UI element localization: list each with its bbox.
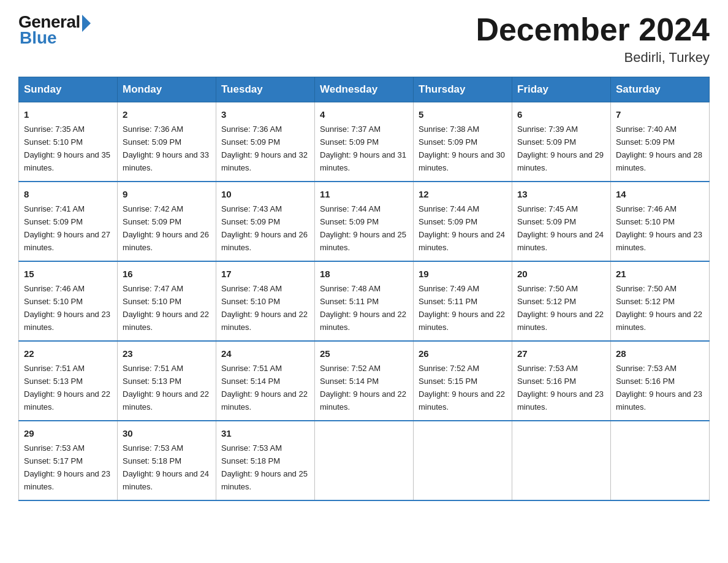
calendar-cell: 20Sunrise: 7:50 AMSunset: 5:12 PMDayligh… [512,261,611,341]
calendar-week-row: 22Sunrise: 7:51 AMSunset: 5:13 PMDayligh… [19,341,710,421]
day-info: Sunrise: 7:46 AMSunset: 5:10 PMDaylight:… [24,284,110,332]
calendar-cell: 18Sunrise: 7:48 AMSunset: 5:11 PMDayligh… [315,261,414,341]
day-info: Sunrise: 7:36 AMSunset: 5:09 PMDaylight:… [221,124,308,172]
calendar-cell: 31Sunrise: 7:53 AMSunset: 5:18 PMDayligh… [216,421,315,500]
calendar-cell: 4Sunrise: 7:37 AMSunset: 5:09 PMDaylight… [315,102,414,182]
day-info: Sunrise: 7:37 AMSunset: 5:09 PMDaylight:… [320,124,406,172]
calendar-header-tuesday: Tuesday [216,77,315,102]
day-number: 30 [123,426,211,440]
day-info: Sunrise: 7:40 AMSunset: 5:09 PMDaylight:… [616,124,702,172]
day-number: 15 [24,267,112,281]
calendar-cell: 15Sunrise: 7:46 AMSunset: 5:10 PMDayligh… [19,261,118,341]
day-number: 28 [616,347,704,361]
calendar-header-thursday: Thursday [414,77,512,102]
calendar-header-row: SundayMondayTuesdayWednesdayThursdayFrid… [19,77,710,102]
calendar-cell: 19Sunrise: 7:49 AMSunset: 5:11 PMDayligh… [414,261,512,341]
calendar-cell: 25Sunrise: 7:52 AMSunset: 5:14 PMDayligh… [315,341,414,421]
calendar-cell: 1Sunrise: 7:35 AMSunset: 5:10 PMDaylight… [19,102,118,182]
calendar-week-row: 29Sunrise: 7:53 AMSunset: 5:17 PMDayligh… [19,421,710,500]
day-number: 19 [419,267,507,281]
day-info: Sunrise: 7:53 AMSunset: 5:16 PMDaylight:… [517,364,604,412]
calendar-cell: 6Sunrise: 7:39 AMSunset: 5:09 PMDaylight… [512,102,611,182]
day-number: 29 [24,426,112,440]
calendar-cell: 10Sunrise: 7:43 AMSunset: 5:09 PMDayligh… [216,182,315,261]
calendar-header-wednesday: Wednesday [315,77,414,102]
title-area: December 2024 Bedirli, Turkey [476,12,710,66]
calendar-week-row: 8Sunrise: 7:41 AMSunset: 5:09 PMDaylight… [19,182,710,261]
day-number: 7 [616,107,704,121]
calendar-cell [315,421,414,500]
day-number: 26 [419,347,507,361]
calendar-cell: 9Sunrise: 7:42 AMSunset: 5:09 PMDaylight… [118,182,216,261]
calendar-cell [414,421,512,500]
day-number: 23 [123,347,211,361]
day-number: 22 [24,347,112,361]
day-info: Sunrise: 7:51 AMSunset: 5:13 PMDaylight:… [123,364,209,412]
calendar-header-sunday: Sunday [19,77,118,102]
day-number: 6 [517,107,605,121]
day-info: Sunrise: 7:51 AMSunset: 5:13 PMDaylight:… [24,364,110,412]
calendar-cell: 17Sunrise: 7:48 AMSunset: 5:10 PMDayligh… [216,261,315,341]
day-number: 4 [320,107,408,121]
calendar-cell: 27Sunrise: 7:53 AMSunset: 5:16 PMDayligh… [512,341,611,421]
day-info: Sunrise: 7:53 AMSunset: 5:18 PMDaylight:… [221,443,308,491]
calendar-table: SundayMondayTuesdayWednesdayThursdayFrid… [18,77,710,501]
day-info: Sunrise: 7:50 AMSunset: 5:12 PMDaylight:… [517,284,604,332]
day-info: Sunrise: 7:49 AMSunset: 5:11 PMDaylight:… [419,284,505,332]
day-number: 5 [419,107,507,121]
day-number: 27 [517,347,605,361]
day-number: 11 [320,187,408,201]
day-info: Sunrise: 7:36 AMSunset: 5:09 PMDaylight:… [123,124,209,172]
day-info: Sunrise: 7:53 AMSunset: 5:17 PMDaylight:… [24,443,110,491]
day-info: Sunrise: 7:50 AMSunset: 5:12 PMDaylight:… [616,284,702,332]
day-info: Sunrise: 7:35 AMSunset: 5:10 PMDaylight:… [24,124,110,172]
location-text: Bedirli, Turkey [476,50,710,66]
logo-blue-text: Blue [20,28,57,48]
calendar-cell [512,421,611,500]
day-number: 8 [24,187,112,201]
calendar-week-row: 15Sunrise: 7:46 AMSunset: 5:10 PMDayligh… [19,261,710,341]
calendar-cell: 8Sunrise: 7:41 AMSunset: 5:09 PMDaylight… [19,182,118,261]
calendar-cell: 16Sunrise: 7:47 AMSunset: 5:10 PMDayligh… [118,261,216,341]
day-info: Sunrise: 7:47 AMSunset: 5:10 PMDaylight:… [123,284,209,332]
day-number: 10 [221,187,309,201]
day-info: Sunrise: 7:41 AMSunset: 5:09 PMDaylight:… [24,204,110,252]
day-info: Sunrise: 7:48 AMSunset: 5:10 PMDaylight:… [221,284,308,332]
day-number: 24 [221,347,309,361]
day-number: 14 [616,187,704,201]
day-number: 16 [123,267,211,281]
day-info: Sunrise: 7:52 AMSunset: 5:14 PMDaylight:… [320,364,406,412]
day-info: Sunrise: 7:51 AMSunset: 5:14 PMDaylight:… [221,364,308,412]
day-number: 21 [616,267,704,281]
calendar-cell: 3Sunrise: 7:36 AMSunset: 5:09 PMDaylight… [216,102,315,182]
calendar-cell: 24Sunrise: 7:51 AMSunset: 5:14 PMDayligh… [216,341,315,421]
calendar-cell: 11Sunrise: 7:44 AMSunset: 5:09 PMDayligh… [315,182,414,261]
calendar-cell: 28Sunrise: 7:53 AMSunset: 5:16 PMDayligh… [611,341,710,421]
day-info: Sunrise: 7:53 AMSunset: 5:18 PMDaylight:… [123,443,209,491]
day-number: 17 [221,267,309,281]
logo-arrow-icon [82,15,91,32]
calendar-cell: 23Sunrise: 7:51 AMSunset: 5:13 PMDayligh… [118,341,216,421]
day-number: 13 [517,187,605,201]
day-info: Sunrise: 7:42 AMSunset: 5:09 PMDaylight:… [123,204,209,252]
calendar-cell [611,421,710,500]
calendar-header-saturday: Saturday [611,77,710,102]
calendar-cell: 13Sunrise: 7:45 AMSunset: 5:09 PMDayligh… [512,182,611,261]
calendar-cell: 30Sunrise: 7:53 AMSunset: 5:18 PMDayligh… [118,421,216,500]
day-number: 2 [123,107,211,121]
calendar-cell: 2Sunrise: 7:36 AMSunset: 5:09 PMDaylight… [118,102,216,182]
calendar-cell: 22Sunrise: 7:51 AMSunset: 5:13 PMDayligh… [19,341,118,421]
day-info: Sunrise: 7:44 AMSunset: 5:09 PMDaylight:… [419,204,505,252]
day-number: 1 [24,107,112,121]
calendar-header-monday: Monday [118,77,216,102]
calendar-cell: 21Sunrise: 7:50 AMSunset: 5:12 PMDayligh… [611,261,710,341]
month-title: December 2024 [476,12,710,47]
day-number: 31 [221,426,309,440]
calendar-cell: 5Sunrise: 7:38 AMSunset: 5:09 PMDaylight… [414,102,512,182]
day-info: Sunrise: 7:43 AMSunset: 5:09 PMDaylight:… [221,204,308,252]
day-number: 12 [419,187,507,201]
day-info: Sunrise: 7:45 AMSunset: 5:09 PMDaylight:… [517,204,604,252]
calendar-header-friday: Friday [512,77,611,102]
logo: General Blue [18,12,91,48]
calendar-cell: 7Sunrise: 7:40 AMSunset: 5:09 PMDaylight… [611,102,710,182]
